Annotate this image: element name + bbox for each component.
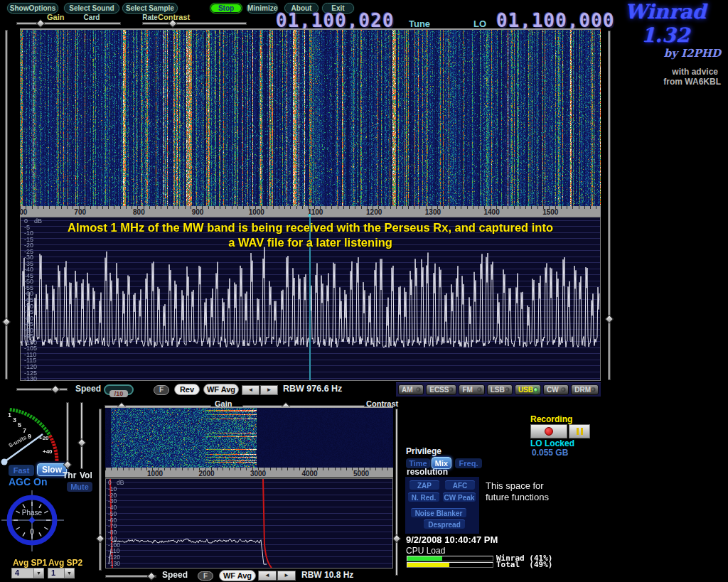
wf-avg-button[interactable]: WF Avg (203, 384, 239, 395)
mode-selector: AMECSSFMLSBUSBCWDRM (396, 382, 601, 397)
toolbar-button-select-sample-rate[interactable]: Select Sample Rate (122, 3, 178, 14)
smeter-tick-9: 9 (28, 433, 31, 440)
sub-spectrum[interactable] (106, 479, 392, 568)
mode-button-cw[interactable]: CW (543, 384, 569, 395)
mode-led-lsb (505, 387, 510, 392)
f-button[interactable]: F (154, 385, 169, 395)
dsp-button-afc[interactable]: AFC (445, 480, 475, 490)
lo-locked-label: LO Locked (530, 438, 574, 448)
sub-scale-label-1000: 1000 (147, 470, 163, 478)
main-db-label-75: -75 (24, 309, 33, 315)
main-left-slider[interactable] (5, 30, 8, 379)
sub-f-button[interactable]: F (198, 571, 213, 581)
mode-label-lsb: LSB (491, 386, 505, 394)
agc-fast-button[interactable]: Fast (9, 465, 34, 476)
record-button[interactable] (530, 424, 567, 438)
sub-frequency-scale[interactable]: 10002000300040005000 (105, 468, 393, 478)
tune-label: Tune (409, 18, 430, 29)
main-speed-label: Speed (75, 384, 101, 394)
sub-rbw-label: RBW 10.8 Hz (301, 570, 353, 580)
mute-button[interactable]: Mute (67, 482, 92, 492)
sub-spectrum-panel[interactable]: 0dB-10-20-30-40-50-60-70-80-90-100-110-1… (105, 478, 393, 568)
main-speed-thumb[interactable] (51, 385, 60, 394)
smeter-tick-7: 7 (23, 427, 26, 434)
mode-label-ecss: ECSS (429, 386, 449, 394)
mode-button-am[interactable]: AM (398, 384, 424, 395)
dsp-button-n-red[interactable]: N. Red. (408, 492, 439, 502)
main-db-label-65: -65 (24, 297, 33, 303)
main-speed-slider[interactable] (16, 388, 68, 391)
main-left-slider-thumb[interactable] (2, 318, 11, 327)
pause-icon (577, 428, 579, 435)
sub-rbw-increase-button[interactable]: ► (277, 571, 296, 581)
contrast-slider[interactable] (142, 22, 247, 25)
advice-line1: with advice (604, 67, 727, 77)
main-scale-label-1000: 1000 (249, 208, 264, 216)
dropdown-arrow-icon[interactable]: ▼ (64, 568, 74, 578)
sub-db-label-50: -50 (108, 511, 117, 517)
mode-button-fm[interactable]: FM (459, 384, 484, 395)
rbw-increase-button[interactable]: ► (260, 385, 278, 395)
sub-db-label-90: -90 (108, 536, 117, 541)
record-icon (545, 427, 553, 436)
div10-label: /10 (109, 390, 129, 397)
app-title: Winrad 1.32 (604, 0, 727, 47)
logo-block: Winrad 1.32 by I2PHD with advice from WA… (604, 0, 727, 65)
cpu-bar-winrad-fill (407, 556, 442, 561)
main-right-slider[interactable] (608, 31, 611, 380)
dsp-button-despread[interactable]: Despread (424, 519, 465, 529)
sub-wf-avg-button[interactable]: WF Avg (219, 570, 256, 581)
avg-sp1-dropdown[interactable]: 4▼ (11, 568, 44, 578)
mode-button-lsb[interactable]: LSB (487, 384, 513, 395)
sub-right-thumb[interactable] (392, 534, 402, 544)
main-waterfall[interactable] (20, 28, 601, 206)
rev-button[interactable]: Rev (174, 384, 200, 395)
toolbar-button-showoptions[interactable]: ShowOptions (7, 3, 58, 14)
lo-label: LO (473, 18, 486, 29)
mode-button-drm[interactable]: DRM (571, 384, 599, 395)
toolbar-button-stop[interactable]: Stop (210, 3, 242, 14)
sub-left-thumb[interactable] (96, 534, 105, 544)
resolution-label: resolution (407, 467, 448, 477)
mode-led-fm (477, 387, 482, 392)
sub-right-slider[interactable] (395, 409, 398, 576)
avg-sp1-label: Avg SP1 (13, 558, 47, 568)
dsp-button-zap[interactable]: ZAP (410, 480, 439, 490)
privilege-freq[interactable]: Freq. (455, 458, 482, 468)
gain-slider[interactable] (16, 22, 121, 25)
mode-button-ecss[interactable]: ECSS (426, 384, 456, 395)
sub-left-slider[interactable] (99, 409, 102, 571)
mode-button-usb[interactable]: USB (515, 384, 541, 395)
dsp-button-cw-peak[interactable]: CW Peak (443, 492, 476, 502)
main-rbw-label: RBW 976.6 Hz (283, 384, 342, 394)
main-scale-label-1200: 1200 (366, 208, 382, 216)
cpu-bar-total-fill (407, 563, 449, 567)
pause-button[interactable] (569, 424, 590, 438)
toolbar-button-select-sound-card[interactable]: Select Sound Card (64, 3, 119, 14)
sub-speed-thumb[interactable] (147, 572, 156, 581)
winrad-window: ShowOptionsSelect Sound CardSelect Sampl… (0, 0, 728, 582)
avg-sp2-dropdown[interactable]: 1▼ (48, 568, 75, 578)
mode-label-cw: CW (547, 386, 559, 394)
sub-speed-slider[interactable] (105, 575, 156, 578)
mode-led-usb (533, 387, 538, 392)
volume-thumb[interactable] (77, 438, 87, 448)
main-db-label-120: -120 (24, 364, 37, 370)
cpu-bar-total (407, 562, 493, 568)
dsp-button-noise-blanker[interactable]: Noise Blanker (411, 508, 466, 517)
div10-button[interactable]: /10 (104, 384, 134, 395)
sub-db-label-80: -80 (108, 529, 117, 535)
toolbar-button-minimize[interactable]: Minimize (247, 3, 278, 14)
privilege-label: Privilege (406, 446, 441, 456)
threshold-slider[interactable] (66, 402, 69, 469)
sub-waterfall[interactable] (105, 406, 393, 468)
main-db-label-130: -130 (24, 376, 37, 382)
sub-rbw-decrease-button[interactable]: ◄ (258, 571, 277, 581)
dropdown-arrow-icon[interactable]: ▼ (33, 568, 43, 578)
rbw-decrease-button[interactable]: ◄ (242, 385, 259, 395)
app-byline: by I2PHD (604, 47, 727, 60)
main-spectrum-panel[interactable]: Almost 1 MHz of the MW band is being rec… (20, 217, 601, 381)
main-right-slider-thumb[interactable] (605, 315, 614, 324)
gain-slider-thumb[interactable] (36, 19, 46, 28)
volume-slider[interactable] (80, 402, 83, 469)
